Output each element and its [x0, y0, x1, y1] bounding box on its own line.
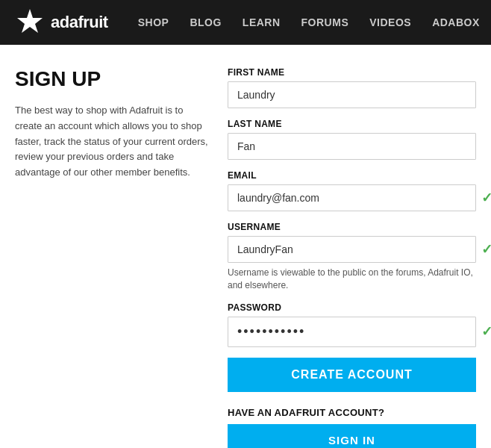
first-name-label: FIRST NAME: [228, 67, 476, 78]
last-name-label: LAST NAME: [228, 119, 476, 129]
last-name-group: LAST NAME: [228, 119, 476, 160]
password-input[interactable]: [228, 317, 476, 347]
email-valid-icon: ✓: [481, 190, 491, 206]
signup-form: FIRST NAME LAST NAME EMAIL ✓ USERNAME: [228, 67, 476, 448]
username-valid-icon: ✓: [481, 241, 491, 258]
page-content: SIGN UP The best way to shop with Adafru…: [0, 45, 491, 448]
page-description: The best way to shop with Adafruit is to…: [15, 103, 213, 181]
password-valid-icon: ✓: [481, 323, 491, 340]
logo-text: adafruit: [51, 13, 108, 32]
last-name-input[interactable]: [228, 133, 476, 160]
main-nav: SHOP BLOG LEARN FORUMS VIDEOS ADABOX: [138, 16, 480, 28]
nav-videos[interactable]: VIDEOS: [369, 16, 411, 28]
password-group: PASSWORD ✓: [228, 302, 476, 347]
password-input-wrapper: ✓: [228, 317, 476, 347]
page-title: SIGN UP: [15, 67, 213, 91]
left-panel: SIGN UP The best way to shop with Adafru…: [15, 67, 213, 448]
first-name-input[interactable]: [228, 81, 476, 108]
adafruit-logo-icon: [15, 7, 45, 37]
password-label: PASSWORD: [228, 302, 476, 313]
email-input[interactable]: [228, 184, 476, 211]
nav-shop[interactable]: SHOP: [138, 16, 169, 28]
username-input-wrapper: ✓: [228, 236, 476, 263]
create-account-button[interactable]: CREATE ACCOUNT: [228, 358, 476, 392]
first-name-input-wrapper: [228, 81, 476, 108]
have-account-label: HAVE AN ADAFRUIT ACCOUNT?: [228, 407, 476, 418]
email-group: EMAIL ✓: [228, 170, 476, 211]
nav-forums[interactable]: FORUMS: [301, 16, 349, 28]
first-name-group: FIRST NAME: [228, 67, 476, 108]
svg-marker-0: [17, 9, 43, 33]
nav-adabox[interactable]: ADABOX: [432, 16, 480, 28]
nav-learn[interactable]: LEARN: [243, 16, 281, 28]
header: adafruit SHOP BLOG LEARN FORUMS VIDEOS A…: [0, 0, 491, 45]
username-input[interactable]: [228, 236, 476, 263]
username-hint: Username is viewable to the public on th…: [228, 267, 476, 292]
last-name-input-wrapper: [228, 133, 476, 160]
username-label: USERNAME: [228, 222, 476, 232]
nav-blog[interactable]: BLOG: [190, 16, 221, 28]
sign-in-button[interactable]: SIGN IN: [228, 424, 476, 448]
username-group: USERNAME ✓ Username is viewable to the p…: [228, 222, 476, 292]
email-input-wrapper: ✓: [228, 184, 476, 211]
email-label: EMAIL: [228, 170, 476, 181]
logo[interactable]: adafruit: [15, 7, 108, 37]
